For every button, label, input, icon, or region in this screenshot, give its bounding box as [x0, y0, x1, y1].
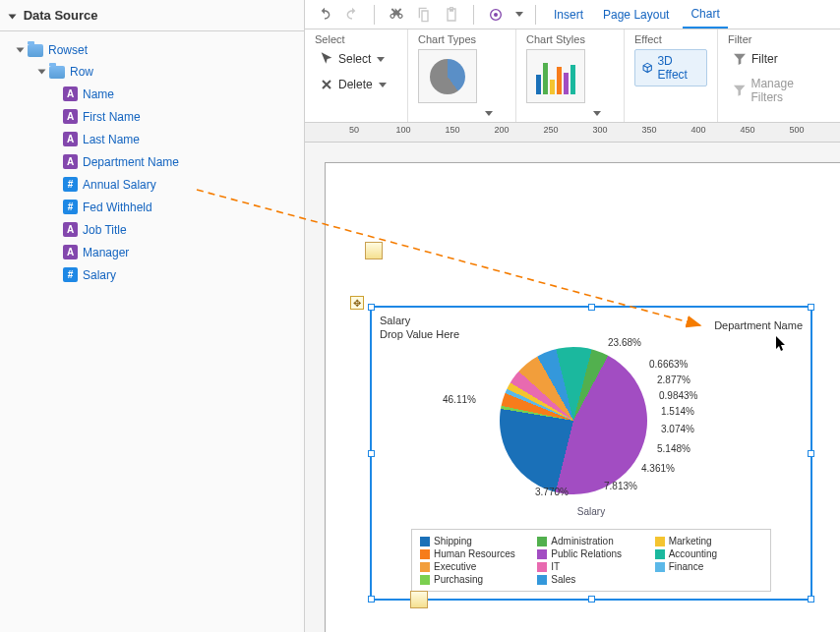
pie-icon [430, 59, 465, 94]
legend-swatch [420, 537, 430, 546]
ruler-tick: 400 [690, 125, 705, 135]
chart-value-drop-zone[interactable]: Salary Drop Value Here [380, 314, 459, 342]
editor-area: Insert Page Layout Chart Select Select D… [305, 0, 840, 632]
chart-type-pie[interactable] [418, 49, 477, 103]
legend-label: Sales [551, 574, 575, 585]
legend-swatch [655, 537, 665, 546]
bar-icon [536, 59, 575, 94]
tree-field[interactable]: #Fed Withheld [6, 196, 298, 218]
resize-handle[interactable] [368, 304, 375, 311]
legend-item: Administration [537, 536, 644, 546]
slice-label: 5.148% [657, 443, 690, 454]
tree-field[interactable]: AJob Title [6, 218, 298, 241]
delete-button[interactable]: Delete [315, 75, 390, 94]
group-title: Chart Types [418, 33, 506, 45]
resize-handle[interactable] [588, 596, 595, 603]
tree-field[interactable]: AName [6, 83, 298, 105]
pointer-icon [319, 51, 334, 67]
panel-title: Data Source [24, 8, 98, 23]
slice-label: 3.770% [535, 487, 569, 497]
tab-chart[interactable]: Chart [683, 1, 727, 29]
ruler-tick: 300 [592, 125, 607, 135]
dropdown-icon[interactable] [377, 57, 385, 62]
expand-icon[interactable] [38, 70, 46, 75]
chart-object[interactable]: Salary Drop Value Here Department Name 4… [370, 306, 812, 601]
text-field-icon: A [63, 222, 78, 237]
redo-icon[interactable] [342, 5, 362, 25]
expand-icon[interactable] [17, 48, 25, 53]
legend-label: Administration [551, 536, 613, 546]
tab-insert[interactable]: Insert [548, 8, 589, 22]
dropdown-icon[interactable] [379, 83, 387, 87]
ribbon: Select Select Delete Chart Types [305, 29, 840, 123]
tree-field[interactable]: #Annual Salary [6, 173, 298, 196]
tree-node-row[interactable]: Row [6, 61, 298, 83]
cursor-icon [775, 335, 789, 356]
cut-icon[interactable] [387, 5, 406, 25]
manage-filters-button[interactable]: Manage Filters [728, 75, 830, 106]
chart-drop-hint: Drop Value Here [380, 327, 459, 341]
chart-style-preview[interactable] [526, 49, 585, 103]
slice-label: 46.11% [443, 394, 476, 405]
delete-label: Delete [338, 78, 373, 91]
ruler-tick: 150 [445, 125, 459, 135]
tree-node-rowset[interactable]: Rowset [6, 39, 298, 61]
resize-handle[interactable] [588, 304, 595, 311]
field-label: Department Name [83, 155, 179, 169]
chart-series-label[interactable]: Department Name [714, 319, 803, 331]
pie-graphic [474, 321, 674, 521]
resize-handle[interactable] [808, 596, 814, 603]
resize-handle[interactable] [368, 450, 375, 457]
tab-page-layout[interactable]: Page Layout [597, 8, 675, 22]
report-page[interactable]: Salary R ✥ Salary Drop Value Here Depart… [325, 162, 840, 632]
paste-icon[interactable] [442, 5, 461, 25]
dropdown-icon[interactable] [485, 111, 493, 116]
group-title: Select [315, 33, 397, 45]
ruler-tick: 350 [641, 125, 656, 135]
dropdown-icon[interactable] [515, 12, 523, 17]
legend-label: Purchasing [434, 574, 483, 585]
slice-label: 23.68% [608, 337, 641, 348]
legend-item: Finance [655, 561, 762, 572]
select-label: Select [338, 52, 371, 66]
design-canvas[interactable]: Salary R ✥ Salary Drop Value Here Depart… [305, 143, 840, 632]
tree-field[interactable]: ALast Name [6, 128, 298, 150]
svg-point-1 [494, 13, 498, 17]
text-field-icon: A [63, 86, 78, 101]
resize-handle[interactable] [808, 450, 814, 457]
legend-swatch [537, 549, 547, 559]
top-toolbar: Insert Page Layout Chart [305, 0, 840, 29]
dropdown-icon[interactable] [593, 111, 601, 116]
collapse-icon[interactable] [9, 14, 17, 19]
legend-swatch [537, 575, 547, 585]
legend-item: Public Relations [537, 548, 644, 559]
select-button[interactable]: Select [315, 49, 390, 69]
tree-field[interactable]: #Salary [6, 263, 298, 286]
effect-3d-button[interactable]: 3D Effect [634, 49, 707, 86]
tree-field[interactable]: AFirst Name [6, 105, 298, 128]
number-field-icon: # [63, 267, 78, 282]
resize-handle[interactable] [808, 304, 814, 311]
field-chip-icon[interactable] [365, 242, 383, 259]
settings-icon[interactable] [486, 5, 506, 25]
text-field-icon: A [63, 132, 78, 146]
legend-swatch [420, 549, 430, 559]
horizontal-ruler: 50 100 150 200 250 300 350 400 450 500 [305, 123, 840, 143]
filter-button[interactable]: Filter [728, 49, 830, 69]
legend-item: Shipping [420, 536, 527, 546]
move-handle-icon[interactable]: ✥ [350, 296, 364, 310]
ribbon-group-effect: Effect 3D Effect [625, 29, 718, 122]
copy-icon[interactable] [414, 5, 434, 25]
slice-label: 7.813% [604, 481, 637, 491]
field-label: Last Name [83, 133, 140, 146]
undo-icon[interactable] [315, 5, 334, 25]
resize-handle[interactable] [368, 596, 375, 603]
legend-label: Public Relations [551, 548, 622, 559]
tree-field[interactable]: ADepartment Name [6, 150, 298, 173]
field-chip-icon[interactable] [410, 591, 428, 608]
chart-salary-label: Salary [380, 314, 459, 327]
ribbon-group-chart-types: Chart Types [408, 29, 516, 122]
data-tree: Rowset Row ANameAFirst NameALast NameADe… [0, 31, 304, 294]
tree-field[interactable]: AManager [6, 241, 298, 263]
folder-icon [49, 66, 65, 79]
